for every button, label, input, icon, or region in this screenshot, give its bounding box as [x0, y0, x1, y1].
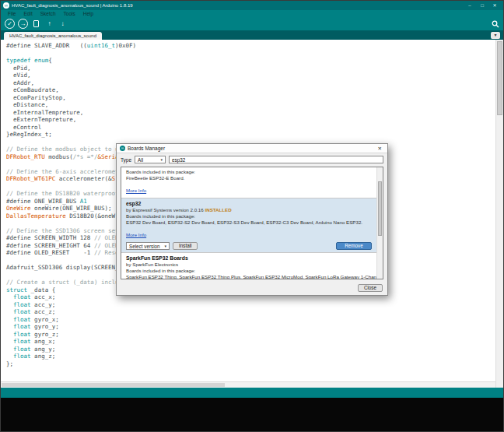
- chevron-down-icon: ▾: [161, 157, 163, 162]
- menu-edit[interactable]: Edit: [19, 11, 36, 16]
- code-line: float ang_x;: [6, 338, 136, 346]
- window-controls: – □ ✕: [464, 2, 501, 10]
- save-icon: ↓: [61, 20, 65, 28]
- code-line: eControl: [6, 124, 136, 132]
- menubar: FileEditSketchToolsHelp: [1, 10, 503, 17]
- boards-manager-dialog: ∞ Boards Manager ✕ Type All ▾ esp32 Boar…: [116, 143, 388, 296]
- upload-button[interactable]: →: [18, 19, 28, 29]
- tab-label: HVAC_fault_diagnosis_anomalous_sound: [9, 33, 96, 38]
- code-line: eAddr,: [6, 79, 136, 87]
- scrollbar-thumb[interactable]: [497, 41, 502, 115]
- code-line: eDistance,: [6, 101, 136, 109]
- open-button[interactable]: ↑: [44, 19, 54, 29]
- toolbar: ✓ → ↑ ↓: [1, 17, 503, 30]
- status-bar: [1, 388, 503, 398]
- code-line: eExternTempreture,: [6, 116, 136, 124]
- installed-badge: INSTALLED: [205, 207, 231, 212]
- menu-help[interactable]: Help: [79, 11, 97, 16]
- code-line: eVid,: [6, 72, 136, 79]
- arduino-app-icon: ∞: [3, 2, 9, 9]
- package-name: esp32: [126, 200, 378, 207]
- boards-included-text: ESP32 Dev Board, ESP32-S2 Dev Board, ESP…: [126, 220, 378, 226]
- serial-monitor-icon: [492, 20, 499, 28]
- code-line: float gyro_x;: [6, 316, 136, 324]
- upload-icon: →: [20, 20, 26, 28]
- search-input[interactable]: esp32: [169, 156, 383, 163]
- select-version-dropdown[interactable]: Select version ▾: [126, 242, 170, 250]
- window-title: HVAC_fault_diagnosis_anomalous_sound | A…: [12, 3, 133, 8]
- chevron-down-icon: ▾: [494, 33, 496, 37]
- code-line: eComBaudrate,: [6, 86, 136, 94]
- menu-sketch[interactable]: Sketch: [37, 11, 60, 16]
- boards-list: Boards included in this package: FireBee…: [121, 167, 383, 279]
- menu-tools[interactable]: Tools: [60, 11, 79, 16]
- open-icon: ↑: [48, 20, 51, 28]
- board-entry-partial[interactable]: Boards included in this package: FireBee…: [121, 167, 383, 198]
- editor-horizontal-scrollbar[interactable]: [1, 381, 496, 388]
- code-line: eComParityStop,: [6, 94, 136, 102]
- arduino-ide-window: ∞ HVAC_fault_diagnosis_anomalous_sound |…: [0, 0, 504, 432]
- boards-included-label: Boards included in this package:: [126, 268, 378, 274]
- dialog-close-icon[interactable]: ✕: [376, 146, 384, 152]
- chevron-down-icon: ▾: [164, 244, 166, 248]
- code-line: float gyro_y;: [6, 323, 136, 331]
- code-line: float ang_z;: [6, 353, 136, 360]
- remove-button[interactable]: Remove: [336, 242, 372, 250]
- code-line: ePid,: [6, 65, 136, 72]
- type-dropdown[interactable]: All ▾: [135, 156, 166, 163]
- code-line: float gyro_z;: [6, 331, 136, 339]
- select-version-value: Select version: [129, 244, 160, 249]
- code-line: };: [6, 360, 136, 368]
- code-line: [6, 50, 136, 58]
- titlebar: ∞ HVAC_fault_diagnosis_anomalous_sound |…: [1, 1, 503, 10]
- code-line: typedef enum{: [6, 57, 136, 65]
- boards-included-text: SparkFun ESP32 Thing, SparkFun ESP32 Thi…: [126, 274, 378, 279]
- save-button[interactable]: ↓: [58, 19, 68, 29]
- code-line: #define SLAVE_ADDR ((uint16_t)0x0F): [6, 42, 136, 50]
- package-byline: by SparkFun Electronics: [126, 262, 378, 268]
- verify-icon: ✓: [7, 20, 12, 28]
- serial-monitor-button[interactable]: [490, 19, 500, 29]
- console-output: [1, 398, 503, 432]
- code-line: float acc_z;: [6, 308, 136, 316]
- boards-included-text: FireBeetle ESP32-E Board.: [126, 175, 378, 181]
- tab-list-button[interactable]: ▾: [491, 32, 500, 39]
- more-info-link[interactable]: More Info: [126, 188, 146, 194]
- new-sketch-icon: [33, 20, 39, 27]
- type-label: Type: [121, 157, 131, 163]
- tab-sketch[interactable]: HVAC_fault_diagnosis_anomalous_sound: [4, 32, 102, 40]
- dialog-titlebar: ∞ Boards Manager ✕: [117, 144, 387, 153]
- list-scrollbar[interactable]: [376, 167, 383, 279]
- code-line: float ang_y;: [6, 346, 136, 353]
- close-button[interactable]: ✕: [488, 2, 501, 10]
- board-entry-esp32[interactable]: esp32 by Espressif Systems version 2.0.1…: [121, 198, 383, 252]
- maximize-button[interactable]: □: [476, 2, 488, 10]
- more-info-link[interactable]: More Info: [126, 232, 146, 238]
- board-entry-sparkfun[interactable]: SparkFun ESP32 Boards by SparkFun Electr…: [121, 253, 383, 279]
- boards-included-label: Boards included in this package:: [126, 169, 378, 175]
- type-dropdown-value: All: [138, 157, 143, 163]
- dialog-title: Boards Manager: [128, 146, 165, 151]
- minimize-button[interactable]: –: [464, 2, 476, 10]
- search-input-value: esp32: [172, 157, 185, 163]
- package-controls: Select version ▾ Install Remove: [126, 242, 378, 250]
- dialog-footer: Close: [117, 281, 387, 295]
- scrollbar-thumb[interactable]: [378, 181, 382, 236]
- editor-vertical-scrollbar[interactable]: [495, 40, 503, 388]
- menu-file[interactable]: File: [4, 11, 19, 16]
- verify-button[interactable]: ✓: [5, 19, 15, 29]
- code-line: float acc_y;: [6, 301, 136, 309]
- boards-included-label: Boards included in this package:: [126, 213, 378, 220]
- code-line: }eRegIndex_t;: [6, 131, 136, 139]
- package-name: SparkFun ESP32 Boards: [126, 255, 378, 262]
- scrollbar-thumb[interactable]: [2, 383, 225, 387]
- tabbar: HVAC_fault_diagnosis_anomalous_sound ▾: [1, 30, 503, 40]
- close-dialog-button[interactable]: Close: [358, 284, 383, 292]
- package-byline: by Espressif Systems version 2.0.16: [126, 207, 205, 212]
- new-sketch-button[interactable]: [31, 19, 41, 29]
- dialog-controls: Type All ▾ esp32: [117, 153, 387, 165]
- install-button[interactable]: Install: [173, 242, 198, 250]
- code-line: eInternalTempreture,: [6, 109, 136, 117]
- arduino-app-icon: ∞: [120, 146, 125, 151]
